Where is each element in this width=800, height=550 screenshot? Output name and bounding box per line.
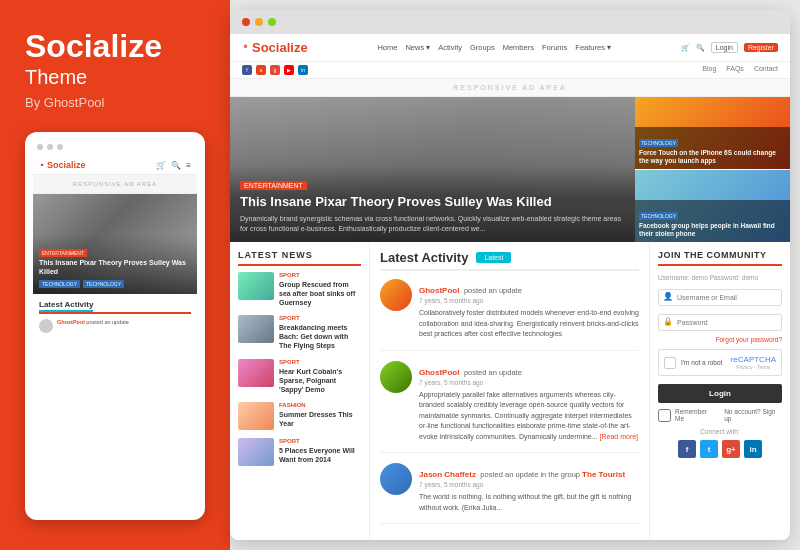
- browser-minimize-dot[interactable]: [255, 18, 263, 26]
- nav-search-icon[interactable]: 🔍: [696, 44, 705, 52]
- mobile-hero-title: This Insane Pixar Theory Proves Sulley W…: [39, 259, 191, 276]
- news-category-1: SPORT: [279, 272, 361, 278]
- mobile-tech-tag-1: TECHNOLOGY: [39, 280, 80, 288]
- nav-login-button[interactable]: Login: [711, 42, 738, 53]
- hero-side-tag-2: TECHNOLOGY: [639, 212, 678, 220]
- nav-groups[interactable]: Groups: [470, 43, 495, 52]
- news-category-2: SPORT: [279, 315, 361, 321]
- mobile-activity-title: Latest Activity: [39, 300, 191, 314]
- nav-forums[interactable]: Forums: [542, 43, 567, 52]
- nav-members[interactable]: Members: [503, 43, 534, 52]
- nav-home[interactable]: Home: [377, 43, 397, 52]
- news-title-2: Breakdancing meets Bach: Get down with T…: [279, 323, 361, 350]
- activity-column: Latest Activity Latest GhostPool posted …: [370, 242, 650, 540]
- mobile-activity-item: GhostPool posted an update: [39, 319, 191, 333]
- activity-time-1: 7 years, 5 months ago: [419, 297, 639, 304]
- hero-entertainment-tag: ENTERTAINMENT: [240, 181, 307, 190]
- mobile-mockup: ⚬ Socialize 🛒 🔍 ≡ RESPONSIVE AD AREA ENT…: [25, 132, 205, 520]
- news-info-3: SPORT Hear Kurt Cobain's Sparse, Poignan…: [279, 359, 361, 394]
- connect-linkedin-icon[interactable]: in: [744, 440, 762, 458]
- connect-facebook-icon[interactable]: f: [678, 440, 696, 458]
- news-item-1: SPORT Group Rescued from sea after boat …: [238, 272, 361, 307]
- mobile-bottom-section: Latest Activity GhostPool posted an upda…: [33, 294, 197, 512]
- news-title-4: Summer Dresses This Year: [279, 410, 361, 428]
- activity-author-2: GhostPool: [419, 368, 459, 377]
- mobile-activity-action: posted an update: [86, 319, 129, 325]
- no-account-link[interactable]: No account? Sign up: [724, 408, 782, 422]
- news-category-4: FASHION: [279, 402, 361, 408]
- news-info-4: FASHION Summer Dresses This Year: [279, 402, 361, 430]
- nav-register-button[interactable]: Register: [744, 43, 778, 52]
- sec-nav-blog[interactable]: Blog: [702, 65, 716, 75]
- forgot-password-link[interactable]: Forgot your password?: [658, 336, 782, 343]
- nav-links: Home News ▾ Activity Groups Members Foru…: [377, 43, 611, 52]
- connect-icons: f t g+ in: [658, 440, 782, 458]
- mobile-ad-area: RESPONSIVE AD AREA: [33, 175, 197, 194]
- recaptcha-logo: reCAPTCHA Privacy - Terms: [731, 355, 776, 370]
- google-icon[interactable]: a: [256, 65, 266, 75]
- password-input[interactable]: [658, 314, 782, 331]
- googleplus-icon[interactable]: g: [270, 65, 280, 75]
- activity-time-2: 7 years, 5 months ago: [419, 379, 639, 386]
- mobile-search-icon: 🔍: [171, 161, 181, 170]
- recaptcha-label: I'm not a robot: [681, 359, 722, 366]
- youtube-icon[interactable]: ▶: [284, 65, 294, 75]
- site-logo: ⚬ Socialize: [242, 40, 308, 55]
- sec-nav-faqs[interactable]: FAQs: [726, 65, 744, 75]
- browser-close-dot[interactable]: [242, 18, 250, 26]
- main-content: LATEST NEWS SPORT Group Rescued from sea…: [230, 242, 790, 540]
- left-panel: Socialize Theme By GhostPool ⚬ Socialize…: [0, 0, 230, 550]
- activity-avatar-1: [380, 279, 412, 311]
- hero-main-title: This Insane Pixar Theory Proves Sulley W…: [240, 194, 625, 211]
- username-input-group: 👤: [658, 286, 782, 306]
- remember-me-label: Remember Me: [675, 408, 716, 422]
- news-info-5: SPORT 5 Places Everyone Will Want from 2…: [279, 438, 361, 466]
- recaptcha-checkbox[interactable]: [664, 357, 676, 369]
- nav-features[interactable]: Features ▾: [575, 43, 611, 52]
- news-column: LATEST NEWS SPORT Group Rescued from sea…: [230, 242, 370, 540]
- activity-text-3: The world is nothing. Is nothing without…: [419, 492, 639, 513]
- browser-maximize-dot[interactable]: [268, 18, 276, 26]
- facebook-icon[interactable]: f: [242, 65, 252, 75]
- linkedin-icon[interactable]: in: [298, 65, 308, 75]
- mobile-hero: ENTERTAINMENT This Insane Pixar Theory P…: [33, 194, 197, 294]
- sec-nav-contact[interactable]: Contact: [754, 65, 778, 75]
- remember-me-checkbox[interactable]: [658, 409, 671, 422]
- user-icon: 👤: [663, 292, 673, 301]
- activity-text-2: Appropriately parallel fake alternatives…: [419, 390, 639, 443]
- brand-title: Socialize: [25, 30, 205, 62]
- demo-hint: Username: demo Password: demo: [658, 274, 782, 281]
- hero-side-title-1: Force Touch on the iPhone 6S could chang…: [639, 149, 786, 165]
- connect-googleplus-icon[interactable]: g+: [722, 440, 740, 458]
- activity-avatar-3: [380, 463, 412, 495]
- activity-tab-latest[interactable]: Latest: [476, 252, 511, 263]
- mobile-hero-overlay: ENTERTAINMENT This Insane Pixar Theory P…: [33, 235, 197, 294]
- join-community-column: JOIN THE COMMUNITY Username: demo Passwo…: [650, 242, 790, 540]
- username-input[interactable]: [658, 289, 782, 306]
- activity-action-3: posted an update in the group: [480, 470, 582, 479]
- browser-ad-area: RESPONSIVE AD AREA: [230, 79, 790, 97]
- activity-author-3: Jason Chaffetz: [419, 470, 476, 479]
- read-more-link[interactable]: [Read more]: [600, 433, 639, 440]
- hero-side-title-2: Facebook group helps people in Hawaii fi…: [639, 222, 786, 238]
- mobile-entertainment-tag: ENTERTAINMENT: [39, 249, 87, 257]
- activity-author-1: GhostPool: [419, 286, 459, 295]
- hero-side-item-2: TECHNOLOGY Facebook group helps people i…: [635, 170, 790, 242]
- connect-twitter-icon[interactable]: t: [700, 440, 718, 458]
- news-thumb-2: [238, 315, 274, 343]
- hero-side-tag-1: TECHNOLOGY: [639, 139, 678, 147]
- login-button[interactable]: Login: [658, 384, 782, 403]
- mobile-nav-bar: ⚬ Socialize 🛒 🔍 ≡: [33, 156, 197, 175]
- nav-cart-icon[interactable]: 🛒: [681, 44, 690, 52]
- browser-window: ⚬ Socialize Home News ▾ Activity Groups …: [230, 10, 790, 540]
- news-category-3: SPORT: [279, 359, 361, 365]
- mobile-dot-3: [57, 144, 63, 150]
- nav-activity[interactable]: Activity: [438, 43, 462, 52]
- mobile-logo: ⚬ Socialize: [39, 160, 86, 170]
- hero-main-desc: Dynamically brand synergistic schemas vi…: [240, 214, 625, 234]
- nav-news[interactable]: News ▾: [405, 43, 430, 52]
- brand-subtitle: Theme: [25, 66, 205, 89]
- news-info-2: SPORT Breakdancing meets Bach: Get down …: [279, 315, 361, 350]
- hero-main: ENTERTAINMENT This Insane Pixar Theory P…: [230, 97, 635, 242]
- activity-group-3: The Tourist: [582, 470, 625, 479]
